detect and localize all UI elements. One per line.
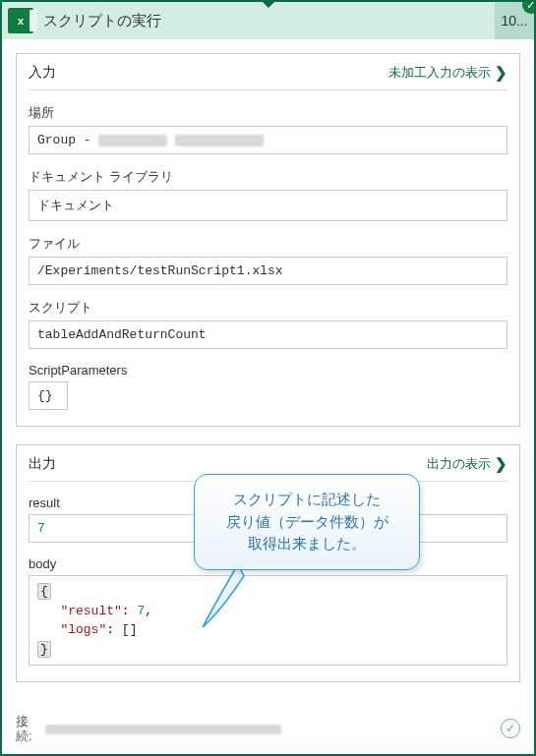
show-raw-inputs-label: 未加工入力の表示 bbox=[388, 64, 491, 82]
show-raw-inputs-link[interactable]: 未加工入力の表示 ❯ bbox=[388, 64, 507, 82]
scriptparams-value: {} bbox=[29, 381, 68, 410]
callout-line: 戻り値（データ件数）が bbox=[205, 511, 409, 534]
chevron-right-icon: ❯ bbox=[495, 455, 507, 473]
action-title: スクリプトの実行 bbox=[43, 12, 161, 30]
library-value: ドキュメント bbox=[29, 190, 507, 221]
connection-link[interactable] bbox=[45, 722, 281, 736]
callout-line: 取得出来ました。 bbox=[205, 533, 409, 555]
connection-label: 接 続: bbox=[16, 714, 39, 744]
input-section-title: 入力 bbox=[29, 64, 56, 82]
script-label: スクリプト bbox=[29, 299, 507, 317]
file-value: /Experiments/testRunScript1.xlsx bbox=[29, 257, 507, 285]
connection-footer: 接 続: ✓ bbox=[16, 714, 520, 744]
input-card: 入力 未加工入力の表示 ❯ 場所 Group - ドキュメント ライブラリ ドキ… bbox=[16, 53, 520, 427]
script-value: tableAddAndReturnCount bbox=[29, 320, 507, 349]
excel-icon: x bbox=[8, 8, 33, 33]
body-json: { "result": 7, "logs": [] } bbox=[29, 575, 507, 666]
location-label: 場所 bbox=[29, 104, 507, 122]
scriptparams-label: ScriptParameters bbox=[29, 363, 507, 378]
annotation-callout: スクリプトに記述した 戻り値（データ件数）が 取得出来ました。 bbox=[194, 474, 420, 570]
output-section-title: 出力 bbox=[29, 455, 56, 473]
show-raw-outputs-link[interactable]: 出力の表示 ❯ bbox=[427, 455, 507, 473]
connection-ok-icon: ✓ bbox=[501, 719, 520, 738]
callout-line: スクリプトに記述した bbox=[205, 489, 409, 511]
show-raw-outputs-label: 出力の表示 bbox=[427, 455, 491, 473]
chevron-right-icon: ❯ bbox=[495, 64, 507, 82]
location-value: Group - bbox=[29, 126, 507, 154]
library-label: ドキュメント ライブラリ bbox=[29, 168, 507, 186]
file-label: ファイル bbox=[29, 235, 507, 253]
flow-connector-arrow bbox=[261, 0, 276, 8]
